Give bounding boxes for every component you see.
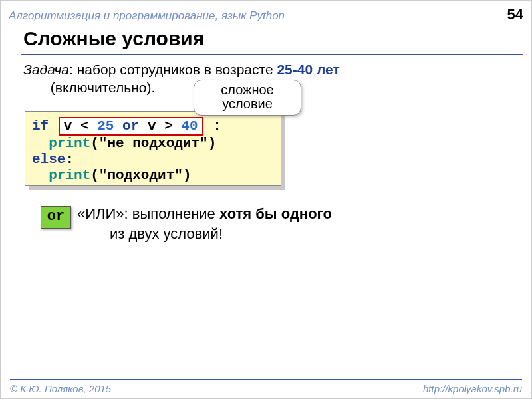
footer-right: http://kpolyakov.spb.ru — [423, 383, 522, 394]
or-line1b: хотя бы одного — [219, 205, 332, 222]
header-bar: Алгоритмизация и программирование, язык … — [9, 6, 523, 23]
slide: Алгоритмизация и программирование, язык … — [0, 0, 532, 399]
header-subject: Алгоритмизация и программирование, язык … — [9, 9, 285, 23]
colon2: : — [65, 152, 74, 167]
colon1: : — [213, 118, 221, 134]
or-badge: or — [41, 206, 71, 229]
str2: "подходит" — [99, 168, 183, 183]
callout-line1: сложное — [221, 82, 273, 97]
str1: "не подходит" — [99, 136, 208, 151]
footer: © К.Ю. Поляков, 2015 http://kpolyakov.sp… — [10, 379, 522, 394]
or-line2: из двух условий! — [110, 225, 223, 242]
callout-line2: условие — [222, 96, 273, 111]
title-rule — [21, 54, 523, 55]
op-lt: < — [80, 118, 89, 134]
paren3: ( — [90, 168, 99, 183]
kw-else: else — [32, 152, 65, 167]
footer-left: © К.Ю. Поляков, 2015 — [10, 383, 111, 394]
task-body-before: : набор сотрудников в возрасте — [69, 62, 277, 77]
page-title: Сложные условия — [23, 27, 204, 50]
or-line1a: «ИЛИ»: выполнение — [77, 205, 219, 222]
task-label: Задача — [23, 62, 69, 77]
task-range: 25-40 лет — [277, 62, 339, 77]
code-box: if v < 25 or v > 40 : print("не подходит… — [25, 111, 281, 186]
num-25: 25 — [97, 118, 114, 134]
paren2: ) — [208, 136, 217, 151]
paren4: ) — [183, 168, 192, 183]
var-v2: v — [148, 118, 156, 134]
fn-print2: print — [49, 168, 90, 183]
or-explanation: «ИЛИ»: выполнение хотя бы одного из двух… — [77, 204, 503, 243]
num-40: 40 — [181, 118, 198, 134]
kw-or: or — [122, 118, 139, 134]
code: if v < 25 or v > 40 : print("не подходит… — [32, 117, 274, 184]
kw-if: if — [32, 118, 49, 134]
op-gt: > — [164, 118, 173, 134]
fn-print1: print — [49, 136, 90, 151]
condition-box: v < 25 or v > 40 — [59, 117, 203, 136]
callout: сложное условие — [194, 80, 301, 116]
paren1: ( — [90, 136, 99, 151]
page-number: 54 — [507, 6, 523, 23]
var-v1: v — [64, 118, 72, 134]
task-body-after: (включительно). — [47, 80, 155, 95]
